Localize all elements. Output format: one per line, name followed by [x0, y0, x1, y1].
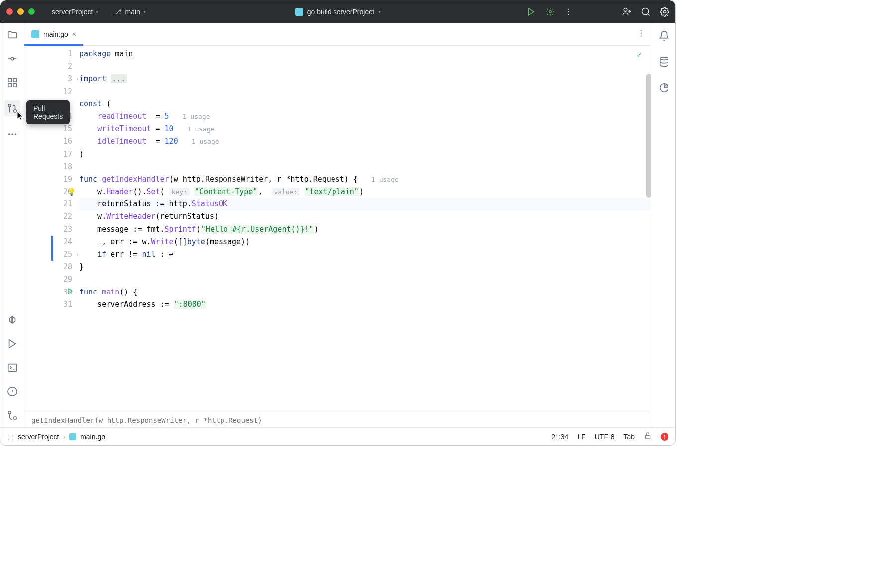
- run-config-selector[interactable]: go build serverProject ▾: [290, 6, 386, 18]
- status-bar: ▢ serverProject › main.go 21:34 LF UTF-8…: [0, 427, 675, 445]
- svg-point-5: [624, 8, 627, 11]
- project-name: serverProject: [52, 8, 93, 16]
- project-tool-button[interactable]: [6, 29, 18, 41]
- more-tools-button[interactable]: [6, 128, 18, 140]
- right-tool-rail: [652, 23, 675, 427]
- problems-tool-button[interactable]: [6, 386, 18, 397]
- window-controls: [6, 8, 35, 15]
- svg-point-10: [664, 10, 666, 13]
- services-tool-button[interactable]: [6, 314, 18, 326]
- editor-breadcrumb[interactable]: getIndexHandler(w http.ResponseWriter, r…: [24, 413, 652, 427]
- left-tool-rail: Pull Requests: [0, 23, 24, 427]
- square-icon: ▢: [7, 433, 14, 441]
- svg-point-35: [641, 32, 642, 33]
- fold-icon[interactable]: ›: [76, 73, 79, 85]
- tab-filename: main.go: [43, 30, 68, 38]
- chevron-down-icon: ▾: [143, 9, 146, 14]
- svg-marker-0: [529, 8, 534, 15]
- svg-point-4: [568, 14, 569, 15]
- svg-point-23: [14, 133, 16, 135]
- branch-name: main: [125, 8, 140, 16]
- close-window-button[interactable]: [6, 8, 13, 15]
- code-with-me-button[interactable]: [622, 7, 632, 17]
- svg-point-3: [568, 11, 569, 12]
- intention-bulb-icon[interactable]: 💡: [67, 186, 76, 198]
- scrollbar-track[interactable]: [645, 69, 652, 413]
- tooltip: Pull Requests: [26, 100, 70, 124]
- svg-marker-37: [68, 288, 72, 294]
- commit-tool-button[interactable]: [6, 53, 18, 65]
- settings-button[interactable]: [660, 7, 669, 17]
- svg-point-34: [641, 30, 642, 31]
- chevron-down-icon: ▾: [96, 9, 98, 14]
- chevron-right-icon: ›: [63, 433, 65, 441]
- svg-rect-40: [645, 435, 650, 439]
- svg-marker-25: [12, 317, 15, 323]
- project-selector[interactable]: serverProject ▾: [48, 6, 102, 18]
- go-file-icon: [31, 30, 39, 38]
- scrollbar-thumb[interactable]: [646, 74, 651, 198]
- svg-rect-17: [8, 84, 11, 87]
- editor-area: main.go × ✓ 123›121415161718192021222324…: [24, 23, 652, 427]
- svg-rect-27: [8, 364, 16, 372]
- svg-point-36: [641, 35, 642, 36]
- terminal-tool-button[interactable]: [6, 362, 18, 374]
- svg-point-1: [549, 10, 552, 13]
- run-tool-button[interactable]: [6, 338, 18, 350]
- fold-icon[interactable]: ›: [76, 248, 79, 261]
- tooltip-text: Pull Requests: [33, 104, 63, 120]
- branch-selector[interactable]: ⎇ main ▾: [110, 6, 149, 18]
- svg-point-18: [13, 110, 16, 113]
- run-config-name: go build serverProject: [307, 8, 374, 16]
- coverage-tool-button[interactable]: [658, 82, 670, 94]
- line-separator[interactable]: LF: [577, 433, 585, 441]
- chevron-down-icon: ▾: [378, 9, 381, 14]
- vcs-change-marker[interactable]: [51, 248, 53, 261]
- status-breadcrumbs[interactable]: ▢ serverProject › main.go: [7, 433, 105, 441]
- status-crumb-project: serverProject: [18, 433, 59, 441]
- file-encoding[interactable]: UTF-8: [595, 433, 615, 441]
- cursor-position[interactable]: 21:34: [551, 433, 568, 441]
- debug-button[interactable]: [545, 7, 555, 17]
- titlebar: serverProject ▾ ⎇ main ▾ go build server…: [0, 0, 675, 23]
- status-crumb-file: main.go: [80, 433, 105, 441]
- mouse-cursor: [17, 111, 24, 121]
- go-file-icon: [69, 433, 76, 440]
- gutter-run-icon[interactable]: [67, 286, 74, 298]
- vcs-change-marker[interactable]: [51, 236, 53, 248]
- notifications-button[interactable]: [658, 30, 670, 42]
- readonly-toggle-icon[interactable]: [644, 432, 652, 441]
- svg-rect-14: [8, 79, 11, 82]
- tabs-menu-button[interactable]: [637, 29, 646, 40]
- editor-tab[interactable]: main.go ×: [24, 23, 83, 45]
- branch-icon: ⎇: [114, 8, 122, 16]
- editor-tabs: main.go ×: [24, 23, 652, 46]
- vcs-tool-button[interactable]: [6, 409, 18, 421]
- svg-point-33: [13, 417, 16, 420]
- search-button[interactable]: [641, 7, 651, 17]
- svg-point-38: [660, 57, 668, 60]
- minimize-window-button[interactable]: [17, 8, 24, 15]
- svg-rect-16: [13, 84, 16, 87]
- more-actions-button[interactable]: [564, 7, 574, 17]
- code-content[interactable]: package mainimport ...const ( readTimeou…: [79, 46, 652, 413]
- database-tool-button[interactable]: [658, 56, 670, 68]
- structure-tool-button[interactable]: [6, 77, 18, 89]
- svg-point-11: [11, 57, 14, 60]
- svg-rect-15: [13, 79, 16, 82]
- indent-setting[interactable]: Tab: [623, 433, 635, 441]
- svg-marker-24: [9, 317, 12, 323]
- svg-point-22: [11, 133, 13, 135]
- svg-point-21: [8, 133, 9, 135]
- svg-point-19: [8, 104, 11, 107]
- svg-marker-26: [9, 340, 15, 348]
- svg-point-32: [8, 411, 11, 414]
- go-icon: [295, 8, 303, 16]
- zoom-window-button[interactable]: [28, 8, 35, 15]
- code-editor[interactable]: ✓ 123›12141516171819202122232425›2829303…: [24, 46, 652, 413]
- svg-point-2: [568, 8, 569, 9]
- error-indicator[interactable]: !: [661, 433, 668, 441]
- run-button[interactable]: [526, 7, 536, 17]
- close-tab-button[interactable]: ×: [72, 30, 76, 38]
- svg-point-8: [642, 8, 649, 14]
